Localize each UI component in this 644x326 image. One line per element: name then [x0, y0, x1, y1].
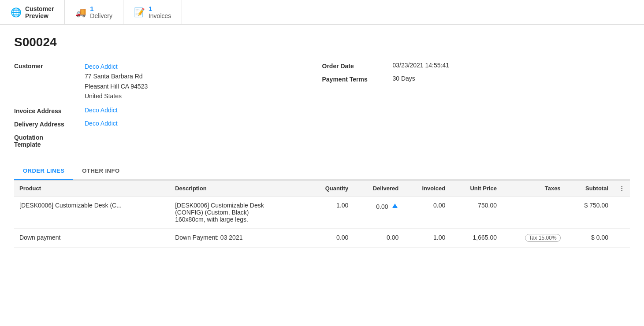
globe-icon: 🌐 [11, 7, 22, 18]
col-header-product: Product [14, 180, 170, 196]
row1-delivered: 0.00 [354, 196, 404, 228]
svg-marker-0 [392, 204, 398, 208]
more-vert-icon[interactable]: ⋮ [619, 185, 625, 192]
delivery-address-value[interactable]: Deco Addict [85, 120, 118, 127]
delivery-badge: 1 [90, 5, 93, 12]
delivery-address-label: Delivery Address [14, 120, 85, 128]
invoices-label: Invoices [149, 12, 171, 19]
row2-taxes: Tax 15.00% [502, 228, 566, 247]
row1-unit-price: 750.00 [450, 196, 502, 228]
nav-invoices[interactable]: 📝 1 Invoices [123, 0, 182, 24]
address-line2: Pleasant Hill CA 94523 [85, 82, 148, 91]
top-bar: 🌐 Customer Preview 🚚 1 Delivery 📝 1 Invo… [0, 0, 644, 25]
customer-preview-label: Customer [25, 5, 54, 12]
col-header-subtotal: Subtotal [566, 180, 614, 196]
row2-product: Down payment [14, 228, 170, 247]
col-header-invoiced: Invoiced [404, 180, 450, 196]
invoice-address-row: Invoice Address Deco Addict [14, 107, 322, 115]
order-date-label: Order Date [322, 62, 393, 70]
form-right: Order Date 03/23/2021 14:55:41 Payment T… [322, 62, 630, 148]
row1-subtotal: $ 750.00 [566, 196, 614, 228]
main-content: S00024 Customer Deco Addict 77 Santa Bar… [0, 25, 644, 258]
delivery-label: Delivery [90, 12, 112, 19]
row2-description: Down Payment: 03 2021 [170, 228, 307, 247]
table-row: [DESK0006] Customizable Desk (C... [DESK… [14, 196, 630, 228]
payment-terms-label: Payment Terms [322, 75, 393, 83]
invoice-address-value[interactable]: Deco Addict [85, 107, 118, 114]
col-header-quantity: Quantity [307, 180, 354, 196]
order-title: S00024 [14, 35, 630, 49]
row2-invoiced: 1.00 [404, 228, 450, 247]
order-lines-table: Product Description Quantity Delivered I… [14, 180, 630, 248]
row2-delivered: 0.00 [354, 228, 404, 247]
row2-quantity: 0.00 [307, 228, 354, 247]
payment-terms-row: Payment Terms 30 Days [322, 75, 630, 83]
forecast-icon[interactable] [391, 202, 398, 209]
invoice-icon: 📝 [134, 7, 145, 18]
row2-unit-price: 1,665.00 [450, 228, 502, 247]
row1-actions [614, 196, 630, 228]
row2-actions [614, 228, 630, 247]
col-header-actions: ⋮ [614, 180, 630, 196]
row2-desc-line1: Down Payment: 03 2021 [175, 234, 302, 241]
nav-delivery[interactable]: 🚚 1 Delivery [65, 0, 123, 24]
customer-address: Deco Addict 77 Santa Barbara Rd Pleasant… [85, 62, 148, 101]
table-row: Down payment Down Payment: 03 2021 0.00 … [14, 228, 630, 247]
customer-name-link[interactable]: Deco Addict [85, 63, 118, 70]
row1-invoiced: 0.00 [404, 196, 450, 228]
invoice-address-label: Invoice Address [14, 107, 85, 115]
tab-order-lines[interactable]: ORDER LINES [14, 162, 73, 180]
payment-terms-value: 30 Days [393, 75, 415, 82]
truck-icon: 🚚 [75, 7, 86, 18]
tabs: ORDER LINES OTHER INFO [14, 162, 630, 180]
customer-label: Customer [14, 62, 85, 70]
tax-badge: Tax 15.00% [525, 234, 561, 242]
row2-subtotal: $ 0.00 [566, 228, 614, 247]
table-header-row: Product Description Quantity Delivered I… [14, 180, 630, 196]
invoices-badge: 1 [149, 5, 152, 12]
order-date-row: Order Date 03/23/2021 14:55:41 [322, 62, 630, 70]
row1-desc-line1: [DESK0006] Customizable Desk [175, 202, 302, 209]
col-header-description: Description [170, 180, 307, 196]
quotation-template-row: QuotationTemplate [14, 133, 322, 148]
form-left: Customer Deco Addict 77 Santa Barbara Rd… [14, 62, 322, 148]
address-line3: United States [85, 91, 148, 101]
quotation-template-label: QuotationTemplate [14, 133, 85, 148]
tab-other-info[interactable]: OTHER INFO [73, 162, 128, 180]
form-section: Customer Deco Addict 77 Santa Barbara Rd… [14, 62, 630, 148]
col-header-taxes: Taxes [502, 180, 566, 196]
col-header-delivered: Delivered [354, 180, 404, 196]
delivery-address-row: Delivery Address Deco Addict [14, 120, 322, 128]
customer-row: Customer Deco Addict 77 Santa Barbara Rd… [14, 62, 322, 101]
order-date-value: 03/23/2021 14:55:41 [393, 62, 449, 69]
row1-desc-line2: (CONFIG) (Custom, Black) [175, 209, 302, 216]
customer-preview-label2: Preview [25, 12, 54, 19]
row1-quantity: 1.00 [307, 196, 354, 228]
row1-desc-line3: 160x80cm, with large legs. [175, 216, 302, 223]
row1-product: [DESK0006] Customizable Desk (C... [14, 196, 170, 228]
row1-description: [DESK0006] Customizable Desk (CONFIG) (C… [170, 196, 307, 228]
row1-taxes [502, 196, 566, 228]
nav-customer-preview[interactable]: 🌐 Customer Preview [0, 0, 65, 24]
address-line1: 77 Santa Barbara Rd [85, 71, 148, 81]
col-header-unit-price: Unit Price [450, 180, 502, 196]
